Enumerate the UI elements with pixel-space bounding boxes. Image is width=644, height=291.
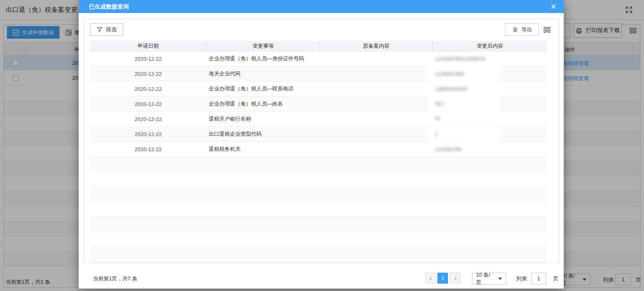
modal-page-suffix: 页 [553,275,558,282]
cell-change-item: 企业办理退（免）税人员—姓名 [206,97,320,111]
next-page-button[interactable] [450,273,461,284]
close-button[interactable] [550,2,559,11]
modal-table-header: 申请日期 变更事项 原备案内容 变更后内容 [90,41,547,51]
empty-row [90,232,547,247]
modal-empty-rows [90,157,547,262]
column-header-apply-date: 申请日期 [90,41,206,51]
masked-value: 1 [435,131,438,137]
close-icon [550,3,559,10]
cell-original-content [320,51,432,66]
cell-original-content [320,97,432,111]
chevron-down-icon [498,278,502,280]
cell-original-content [320,127,432,141]
cell-apply-date: 2020-12-22 [90,82,206,96]
masked-value: 1234567890 [435,71,464,77]
chevron-left-icon [429,276,433,280]
column-header-change-item: 变更事项 [206,41,320,51]
cell-original-content [320,82,432,96]
modal-goto-label: 到第 [516,275,527,282]
empty-row [90,247,547,262]
cell-change-item: 海关企业代码 [206,66,320,81]
prev-page-button[interactable] [426,273,436,284]
empty-row [90,217,547,232]
cell-change-item: 企业办理退（免）税人员—联系电话 [206,82,320,96]
cell-apply-date: 2020-12-22 [90,112,206,126]
export-button-label: 导出 [522,26,532,33]
export-icon [512,26,518,33]
chevron-right-icon [453,276,457,280]
empty-row [90,202,547,217]
masked-value: 123456789 [435,146,461,152]
export-button[interactable]: 导出 [505,23,539,36]
filter-button-label: 筛选 [106,26,117,33]
masked-value: 中 [435,115,440,123]
generated-data-query-dialog: 已生成数据查询 筛选 [79,0,564,289]
cell-apply-date: 2020-12-22 [90,97,206,111]
column-header-changed-content: 变更后内容 [432,41,547,51]
masked-value: 13800000000 [435,86,468,92]
modal-page-size-value: 10 条/页 [476,271,494,286]
modal-pagination-summary: 当前第1页，共7 条 [93,275,137,282]
cell-change-item: 出口退税企业类型代码 [206,127,320,141]
cell-apply-date: 2020-12-22 [90,142,206,157]
modal-page-number-input[interactable] [531,273,546,284]
modal-column-settings-button[interactable] [543,25,552,34]
cell-apply-date: 2020-12-22 [90,127,206,141]
modal-page-size-select[interactable]: 10 条/页 [472,273,506,284]
modal-header: 已生成数据查询 [79,0,564,13]
cell-change-item: 退税税务机关 [206,142,320,157]
cell-change-item: 企业办理退（免）税人员—身份证件号码 [206,51,320,66]
modal-pagination-bar: 当前第1页，共7 条 1 10 条/页 到第 [84,263,559,284]
empty-row [90,172,547,187]
modal-title: 已生成数据查询 [89,3,129,11]
filter-button[interactable]: 筛选 [90,23,123,36]
masked-value: 12345678912345678 [435,56,485,62]
masked-value: 张三 [435,100,446,108]
page-number-button[interactable]: 1 [437,273,448,284]
cell-original-content [320,66,432,81]
empty-row [90,187,547,202]
cell-apply-date: 2020-12-22 [90,51,206,66]
screen: 出口退（免）税备案变更 生成申报数据 [0,0,644,291]
cell-change-item: 退税开户银行名称 [206,112,320,126]
cell-original-content [320,112,432,126]
cell-apply-date: 2020-12-22 [90,66,206,81]
filter-icon [97,26,103,33]
empty-row [90,157,547,172]
grid-icon [543,26,552,33]
cell-original-content [320,142,432,157]
column-header-original-content: 原备案内容 [320,41,432,51]
